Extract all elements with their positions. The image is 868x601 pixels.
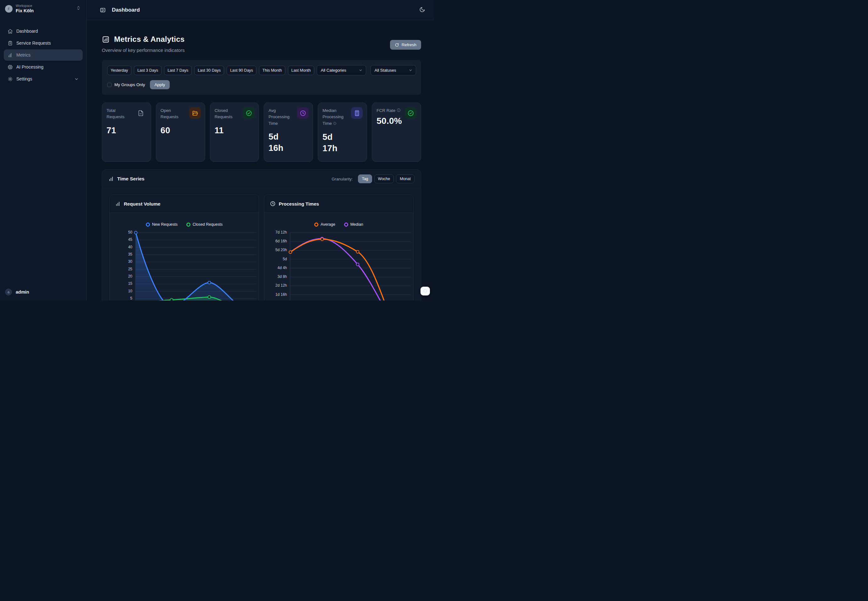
granularity-woche-button[interactable]: Woche <box>374 174 394 183</box>
request-volume-header: Request Volume <box>110 195 259 213</box>
floating-widget-button[interactable] <box>420 287 430 296</box>
time-series-title: Time Series <box>117 176 145 182</box>
bar-chart-frame-icon <box>102 35 110 43</box>
badge-check-icon <box>405 107 417 119</box>
kpi-value-line2: 16h <box>268 143 308 154</box>
kpi-card-total-requests: Total Requests 71 <box>102 102 151 162</box>
page-title-header: Dashboard <box>112 7 140 13</box>
granularity-tag-button[interactable]: Tag <box>358 174 372 183</box>
kpi-title: Avg Processing Time <box>268 107 293 127</box>
processing-times-chart-card: Processing Times Average Median 7d 12h 6… <box>264 195 414 300</box>
bar-chart-icon <box>8 52 13 58</box>
kpi-card-closed-requests: Closed Requests 11 <box>210 102 259 162</box>
user-name: admin <box>16 290 29 294</box>
category-select[interactable]: All Categories <box>317 65 366 75</box>
chevron-down-icon <box>74 77 79 81</box>
kpi-title: Total Requests <box>107 107 131 121</box>
my-groups-checkbox[interactable] <box>107 83 111 87</box>
range-chip-this-month[interactable]: This Month <box>259 66 285 75</box>
user-avatar: a <box>5 288 12 296</box>
y-axis-label: 1d 16h <box>264 292 287 297</box>
dark-mode-toggle[interactable] <box>417 5 427 15</box>
refresh-button[interactable]: Refresh <box>390 40 421 50</box>
moon-icon <box>419 7 425 14</box>
info-icon[interactable] <box>397 108 401 114</box>
kpi-value-line1: 5d <box>323 132 362 143</box>
y-axis-label: 3d 8h <box>264 274 287 279</box>
range-chip-yesterday[interactable]: Yesterday <box>107 66 131 75</box>
legend-item-average[interactable]: Average <box>314 222 335 227</box>
check-circle-icon <box>243 107 254 119</box>
time-series-header: Time Series Granularity: Tag Woche Monat <box>102 170 421 188</box>
home-icon <box>8 29 13 34</box>
kpi-title: FCR Rate <box>376 107 407 114</box>
clipboard-icon <box>8 41 13 46</box>
range-chip-last-30-days[interactable]: Last 30 Days <box>194 66 224 75</box>
chart-legend: New Requests Closed Requests <box>110 222 259 227</box>
sidebar: F Workspace Fix Köln Dashboard Service R… <box>0 0 87 300</box>
user-menu[interactable]: a admin <box>5 288 29 296</box>
y-axis-label: 40 <box>110 244 132 250</box>
my-groups-label: My Groups Only <box>114 82 145 87</box>
clock-icon <box>270 201 276 206</box>
legend-item-closed-requests[interactable]: Closed Requests <box>186 222 222 227</box>
kpi-title: Closed Requests <box>215 107 239 121</box>
file-text-icon <box>135 107 147 119</box>
range-chip-last-3-days[interactable]: Last 3 Days <box>134 66 161 75</box>
bar-chart-icon <box>115 201 121 206</box>
chart-legend: Average Median <box>264 222 413 227</box>
workspace-switcher[interactable]: F Workspace Fix Köln <box>0 0 87 17</box>
y-axis-label: 10 <box>110 288 132 294</box>
sidebar-item-label: AI Processing <box>16 64 43 69</box>
sidebar-item-ai-processing[interactable]: AI Processing <box>4 61 83 73</box>
workspace-name: Fix Köln <box>16 8 72 14</box>
sidebar-item-settings[interactable]: Settings <box>4 73 83 85</box>
y-axis-label: 45 <box>110 237 132 242</box>
kpi-value: 60 <box>161 126 201 136</box>
y-axis-label: 25 <box>110 267 132 272</box>
calculator-icon <box>351 107 362 119</box>
status-select[interactable]: All Statuses <box>370 65 416 75</box>
range-chip-last-90-days[interactable]: Last 90 Days <box>227 66 256 75</box>
y-axis-label: 5 <box>110 296 132 300</box>
legend-swatch <box>344 223 348 227</box>
folder-open-icon <box>189 107 201 119</box>
apply-button[interactable]: Apply <box>150 80 170 89</box>
legend-item-median[interactable]: Median <box>344 222 363 227</box>
kpi-card-open-requests: Open Requests 60 <box>156 102 205 162</box>
granularity-monat-button[interactable]: Monat <box>396 174 414 183</box>
time-series-panel: Time Series Granularity: Tag Woche Monat <box>102 169 421 300</box>
sidebar-item-label: Service Requests <box>16 41 51 46</box>
sidebar-item-metrics[interactable]: Metrics <box>4 49 83 61</box>
y-axis-label: 2d 12h <box>264 283 287 288</box>
y-axis-label: 5d 20h <box>264 247 287 252</box>
kpi-value-line1: 5d <box>268 131 308 143</box>
request-volume-plot: New Requests Closed Requests 50 45 40 35… <box>110 213 259 300</box>
cpu-icon <box>8 64 13 70</box>
kpi-value: 71 <box>107 126 146 136</box>
widget-icon <box>423 289 427 293</box>
chevrons-up-down-icon[interactable] <box>75 5 82 13</box>
status-select-value: All Statuses <box>375 68 396 73</box>
range-chip-last-7-days[interactable]: Last 7 Days <box>164 66 192 75</box>
sidebar-item-service-requests[interactable]: Service Requests <box>4 37 83 49</box>
clock-icon <box>297 107 309 119</box>
sidebar-item-label: Dashboard <box>16 29 38 34</box>
top-header: Dashboard <box>87 0 434 20</box>
sidebar-nav: Dashboard Service Requests Metrics AI Pr… <box>0 26 87 85</box>
content-area: Metrics & Analytics Overview of key perf… <box>87 20 434 300</box>
chart-title: Request Volume <box>124 201 160 206</box>
filter-panel: Yesterday Last 3 Days Last 7 Days Last 3… <box>102 60 421 95</box>
refresh-icon <box>395 43 399 47</box>
app-root: F Workspace Fix Köln Dashboard Service R… <box>0 0 434 300</box>
chart-title: Processing Times <box>279 201 319 206</box>
main-area: Dashboard Metrics & Analytics Overview o… <box>87 0 434 300</box>
kpi-value-line2: 17h <box>323 143 362 154</box>
panel-left-close-icon[interactable] <box>98 5 108 15</box>
legend-item-new-requests[interactable]: New Requests <box>146 222 178 227</box>
sidebar-item-dashboard[interactable]: Dashboard <box>4 26 83 37</box>
processing-times-plot: Average Median 7d 12h 6d 16h 5d 20h 5d 4… <box>264 213 413 300</box>
clock-small-icon <box>333 121 337 127</box>
sidebar-item-label: Metrics <box>16 52 30 58</box>
range-chip-last-month[interactable]: Last Month <box>288 66 314 75</box>
